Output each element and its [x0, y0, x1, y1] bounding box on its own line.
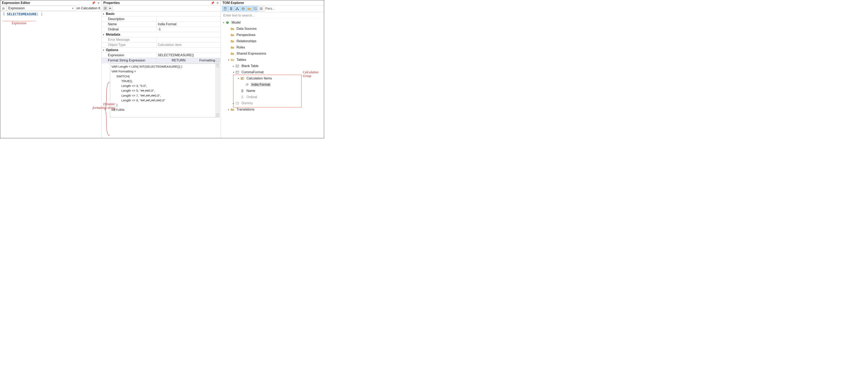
toolbar-folders-icon[interactable]	[246, 6, 252, 11]
chevron-down-icon[interactable]: ⌄	[216, 59, 219, 62]
toolbar-measures-icon[interactable]	[222, 6, 228, 11]
folder-icon	[230, 53, 235, 55]
alphabetical-icon[interactable]: A↓	[108, 6, 113, 10]
scroll-down-icon[interactable]: ˅	[216, 113, 219, 117]
toolbar-partitions-icon[interactable]	[258, 6, 264, 11]
format-string-editor[interactable]: VAR Length = LEN( INT(SELECTEDMEASURE())…	[110, 64, 219, 118]
toolbar-cube-icon[interactable]	[240, 6, 246, 11]
expression-editor-header: Expression Editor 📌 ✕	[0, 0, 101, 5]
tree-node-ordinal-column[interactable]: Ordinal	[222, 94, 324, 100]
code-token-parens: ( )	[37, 12, 43, 16]
fse-code-line: Length <= 3, "0.0",	[112, 83, 218, 88]
code-editor[interactable]: 1 SELECTEDMEASURE( ) ︸ Expression	[0, 11, 101, 138]
section-options[interactable]: ▾Options	[102, 47, 221, 53]
svg-rect-27	[246, 83, 247, 86]
properties-pane: Properties 📌 ✕ A↓ ▾Basic Description Nam…	[102, 0, 221, 138]
scrollbar[interactable]: ˄ ˅	[215, 64, 219, 117]
tree-node-name-column[interactable]: Name	[222, 88, 324, 94]
svg-rect-28	[242, 90, 242, 92]
annotation-brace: ︸	[1, 19, 34, 24]
tree-node-relationships[interactable]: Relationships	[222, 38, 324, 44]
prop-row-ordinal[interactable]: Ordinal-1	[102, 27, 221, 32]
calc-items-icon	[240, 77, 244, 80]
chevron-down-icon: ▾	[232, 71, 235, 74]
fx-button[interactable]: fx	[1, 6, 6, 11]
fse-mid-label: RETURN	[158, 59, 199, 62]
prop-row-description[interactable]: Description	[102, 16, 221, 22]
tree-node-roles[interactable]: Roles	[222, 44, 324, 51]
svg-rect-10	[236, 9, 237, 10]
svg-rect-11	[238, 9, 239, 10]
tom-search-input[interactable]: Enter text to search...	[222, 13, 323, 18]
svg-rect-8	[231, 7, 232, 10]
svg-rect-17	[261, 8, 261, 10]
properties-toolbar: A↓	[102, 5, 221, 11]
cube-icon	[225, 21, 229, 24]
folder-open-icon	[230, 59, 235, 61]
svg-rect-7	[230, 7, 231, 10]
expression-type-dropdown[interactable]: Expression ▼	[7, 6, 75, 11]
prop-row-expression[interactable]: ExpressionSELECTEDMEASURE()	[102, 53, 221, 58]
column-icon	[240, 96, 244, 99]
tom-explorer-pane: TOM Explorer Pers... Enter text to searc…	[221, 0, 324, 138]
close-icon[interactable]: ✕	[97, 1, 100, 5]
fse-code-line: Length <= 9, "##\,##\,##\,##0.0"	[112, 98, 218, 103]
section-metadata[interactable]: ▾Metadata	[102, 32, 221, 37]
tree-node-shared-expressions[interactable]: Shared Expressions	[222, 51, 324, 57]
pin-icon[interactable]: 📌	[211, 1, 214, 5]
toolbar-perspectives-label[interactable]: Pers...	[264, 7, 276, 10]
properties-title: Properties	[103, 1, 120, 5]
fse-code-line: )	[112, 103, 218, 107]
svg-rect-4	[224, 7, 226, 10]
tree-node-tables[interactable]: ▾Tables	[222, 57, 324, 63]
section-basic[interactable]: ▾Basic	[102, 11, 221, 16]
calc-group-icon	[235, 71, 240, 74]
line-number: 1	[0, 11, 6, 138]
tree-node-model[interactable]: ▾Model	[222, 20, 324, 26]
svg-text:fx: fx	[237, 66, 238, 67]
properties-header: Properties 📌 ✕	[102, 0, 221, 5]
tree-node-calculation-items[interactable]: ▾Calculation Items	[222, 75, 324, 81]
tree-node-translations[interactable]: ▸Translations	[222, 106, 324, 112]
toolbar-columns-icon[interactable]	[228, 6, 234, 11]
tree-node-dummy[interactable]: ▸Dummy	[222, 100, 324, 106]
chevron-down-icon: ▼	[72, 7, 74, 9]
svg-rect-2	[104, 8, 105, 9]
prop-row-name[interactable]: NameIndia Format	[102, 22, 221, 27]
tree-node-comma-format[interactable]: ▾CommaFormat	[222, 69, 324, 75]
svg-rect-30	[242, 96, 242, 98]
expression-context-label: on Calculation It	[75, 6, 101, 11]
property-grid: ▾Basic Description NameIndia Format Ordi…	[102, 11, 221, 118]
tom-explorer-title: TOM Explorer	[222, 1, 244, 5]
fse-code-line: VAR Formatting =	[112, 69, 218, 74]
close-icon[interactable]: ✕	[216, 1, 219, 5]
calc-item-icon	[245, 83, 249, 86]
pin-icon[interactable]: 📌	[92, 1, 95, 5]
table-fx-icon: fx	[235, 65, 240, 67]
svg-rect-1	[105, 7, 106, 8]
tom-tree: ▾Model Data Sources Perspectives Relatio…	[221, 19, 324, 114]
fse-code-line: Length <= 5, "##,##0.0",	[112, 88, 218, 93]
toolbar-hidden-icon[interactable]	[252, 6, 258, 11]
svg-rect-29	[243, 90, 243, 92]
tree-node-blank-table[interactable]: ▸fxBlank Table	[222, 63, 324, 69]
chevron-right-icon: ▸	[232, 102, 235, 105]
chevron-right-icon: ▸	[227, 108, 230, 111]
tree-node-data-sources[interactable]: Data Sources	[222, 26, 324, 32]
svg-rect-3	[105, 8, 106, 9]
tree-node-perspectives[interactable]: Perspectives	[222, 32, 324, 38]
chevron-down-icon: ▾	[237, 77, 240, 80]
svg-rect-0	[104, 7, 105, 8]
annotation-expression: Expression	[12, 21, 27, 25]
svg-rect-9	[237, 7, 238, 8]
prop-row-format-string-expression[interactable]: Format String Expression RETURN Formatti…	[102, 58, 221, 63]
svg-rect-25	[241, 77, 242, 79]
tree-node-india-format[interactable]: India Format	[222, 81, 324, 88]
svg-line-15	[254, 8, 256, 10]
svg-rect-31	[243, 96, 243, 98]
svg-rect-32	[236, 102, 239, 104]
toolbar-hierarchies-icon[interactable]	[234, 6, 240, 11]
categorized-icon[interactable]	[103, 6, 107, 10]
folder-icon	[230, 108, 235, 111]
scroll-up-icon[interactable]: ˄	[216, 64, 219, 67]
